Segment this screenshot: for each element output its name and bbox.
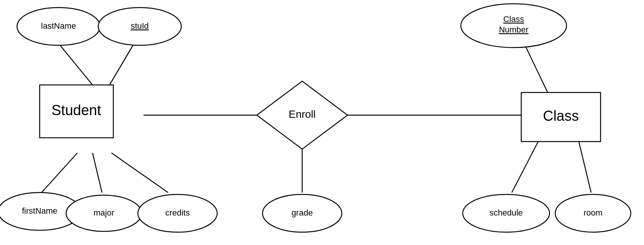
line-class-room — [578, 138, 591, 193]
label-stuId: stuId — [131, 21, 149, 31]
label-credits: credits — [165, 208, 190, 217]
label-lastName: lastName — [41, 21, 76, 31]
line-stuId-student — [110, 43, 134, 85]
label-classNumber-line2: Number — [499, 25, 528, 34]
label-student: Student — [52, 102, 101, 118]
label-class: Class — [543, 108, 579, 124]
line-student-major — [93, 153, 102, 193]
line-student-credits — [111, 153, 168, 193]
label-major: major — [93, 208, 114, 217]
line-student-firstName — [42, 153, 77, 193]
line-classNumber-class — [525, 45, 548, 92]
label-schedule: schedule — [490, 208, 523, 217]
er-diagram: lastName stuId firstName major credits g… — [0, 0, 644, 245]
label-classNumber-line1: Class — [503, 14, 524, 24]
label-room: room — [584, 208, 602, 217]
label-grade: grade — [292, 208, 313, 217]
label-firstName: firstName — [22, 206, 57, 216]
label-enroll: Enroll — [289, 108, 316, 120]
line-class-schedule — [512, 138, 540, 193]
line-lastName-student — [59, 43, 93, 85]
